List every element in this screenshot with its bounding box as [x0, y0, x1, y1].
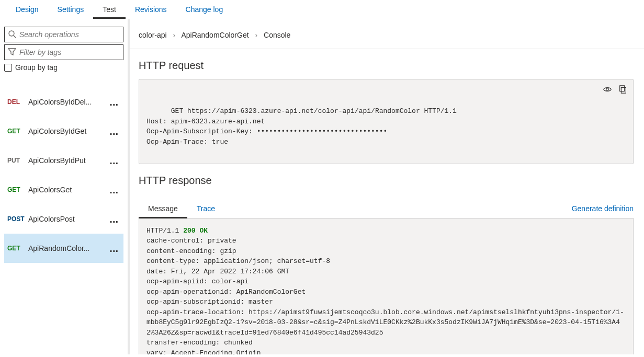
- operation-item[interactable]: GETApiColorsByIdGet...: [4, 117, 123, 146]
- response-headers-text: cache-control: private content-encoding:…: [146, 237, 624, 354]
- response-protocol: HTTP/1.1: [146, 227, 179, 235]
- chevron-right-icon: ›: [169, 31, 180, 39]
- reveal-secrets-button[interactable]: [603, 85, 612, 94]
- tab-revisions[interactable]: Revisions: [126, 0, 176, 19]
- breadcrumb: color-api › ApiRandomColorGet › Console: [128, 19, 644, 49]
- copy-button[interactable]: [618, 85, 628, 94]
- operation-item[interactable]: GETApiRandomColor......: [4, 234, 123, 263]
- operation-name: ApiColorsByIdGet: [28, 127, 107, 135]
- svg-point-3: [606, 88, 609, 91]
- filter-icon: [8, 48, 16, 57]
- tab-design[interactable]: Design: [6, 0, 48, 19]
- operation-more-button[interactable]: ...: [107, 246, 120, 251]
- operation-more-button[interactable]: ...: [107, 129, 120, 134]
- operation-item[interactable]: PUTApiColorsByIdPut...: [4, 146, 123, 175]
- svg-point-0: [9, 31, 14, 36]
- operation-name: ApiColorsPost: [28, 215, 107, 223]
- operation-verb: POST: [7, 215, 28, 223]
- svg-rect-5: [620, 86, 625, 91]
- operation-verb: PUT: [7, 157, 28, 164]
- content-area: color-api › ApiRandomColorGet › Console …: [128, 19, 644, 354]
- http-response-title: HTTP response: [128, 164, 644, 194]
- filter-input[interactable]: [19, 48, 120, 56]
- group-by-tag-row[interactable]: Group by tag: [4, 63, 123, 72]
- http-response-block: HTTP/1.1 200 OK cache-control: private c…: [139, 218, 634, 355]
- filter-by-tags[interactable]: [4, 44, 123, 60]
- operations-sidebar: Group by tag DELApiColorsByIdDel......GE…: [0, 19, 128, 354]
- group-by-tag-checkbox[interactable]: [4, 64, 12, 72]
- operation-item[interactable]: DELApiColorsByIdDel......: [4, 87, 123, 117]
- operation-more-button[interactable]: ...: [107, 99, 120, 105]
- operations-list: DELApiColorsByIdDel......GETApiColorsByI…: [4, 87, 123, 263]
- search-operations[interactable]: [4, 27, 123, 42]
- chevron-right-icon: ›: [251, 31, 262, 39]
- operation-name: ApiColorsGet: [28, 186, 107, 194]
- http-request-title: HTTP request: [128, 49, 644, 79]
- search-input[interactable]: [19, 30, 120, 39]
- group-by-tag-label: Group by tag: [15, 63, 58, 72]
- tab-changelog[interactable]: Change log: [176, 0, 233, 19]
- operation-more-button[interactable]: ...: [107, 158, 120, 163]
- operation-name: ApiRandomColor...: [28, 244, 107, 252]
- svg-rect-4: [621, 87, 626, 93]
- breadcrumb-api[interactable]: color-api: [139, 31, 167, 39]
- http-request-block: GET https://apim-6323.azure-api.net/colo…: [139, 79, 634, 164]
- top-tabs: Design Settings Test Revisions Change lo…: [0, 0, 644, 19]
- svg-line-1: [14, 36, 16, 38]
- search-icon: [8, 30, 16, 40]
- breadcrumb-operation[interactable]: ApiRandomColorGet: [181, 31, 248, 39]
- operation-verb: GET: [7, 245, 28, 252]
- operation-verb: GET: [7, 128, 28, 135]
- svg-marker-2: [8, 49, 16, 55]
- operation-more-button[interactable]: ...: [107, 187, 120, 192]
- generate-definition-link[interactable]: Generate definition: [572, 204, 634, 218]
- operation-item[interactable]: GETApiColorsGet...: [4, 175, 123, 204]
- tab-trace[interactable]: Trace: [187, 199, 224, 218]
- breadcrumb-page: Console: [264, 31, 290, 39]
- operation-verb: DEL: [7, 98, 28, 106]
- operation-more-button[interactable]: ...: [107, 216, 120, 222]
- tab-settings[interactable]: Settings: [48, 0, 94, 19]
- operation-item[interactable]: POSTApiColorsPost...: [4, 204, 123, 234]
- response-tabs: Message Trace: [139, 199, 224, 218]
- http-request-text: GET https://apim-6323.azure-api.net/colo…: [146, 107, 457, 146]
- tab-test[interactable]: Test: [93, 0, 126, 19]
- operation-name: ApiColorsByIdDel...: [28, 98, 107, 106]
- tab-message[interactable]: Message: [139, 199, 187, 218]
- operation-name: ApiColorsByIdPut: [28, 156, 107, 165]
- response-status-code: 200 OK: [183, 227, 208, 235]
- operation-verb: GET: [7, 186, 28, 193]
